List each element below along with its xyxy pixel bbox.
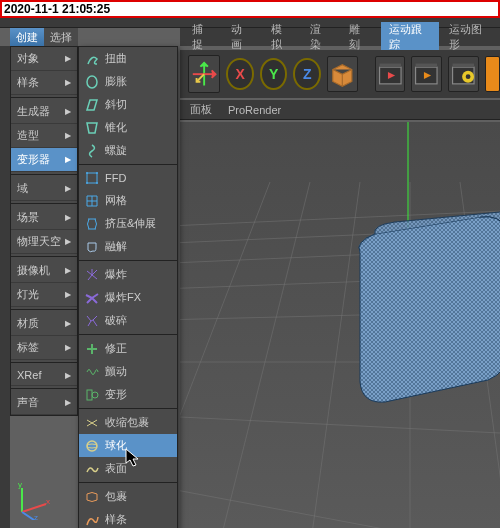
svg-line-22	[180, 472, 500, 528]
deformer-item-melt[interactable]: 融解	[79, 235, 177, 258]
sidebar-item[interactable]: 场景▶	[11, 206, 77, 230]
svg-point-4	[86, 182, 88, 184]
wrap-icon	[85, 490, 99, 504]
axis-y-button[interactable]: Y	[260, 58, 288, 90]
screw-icon	[85, 144, 99, 158]
tab-item[interactable]: 模拟	[263, 22, 300, 52]
sidebar-item[interactable]: 标签▶	[11, 336, 77, 360]
svg-point-3	[96, 172, 98, 174]
mesh-icon	[85, 194, 99, 208]
sidebar-item[interactable]: 灯光▶	[11, 283, 77, 307]
tab-item[interactable]: 运动图形	[441, 22, 500, 52]
shear-icon	[85, 98, 99, 112]
shrink-icon	[85, 416, 99, 430]
tab-item[interactable]: 捕捉	[184, 22, 221, 52]
tab-item[interactable]: 运动跟踪	[381, 22, 440, 52]
svg-rect-11	[379, 63, 400, 67]
chevron-right-icon: ▶	[65, 266, 71, 275]
chevron-right-icon: ▶	[65, 155, 71, 164]
svg-rect-1	[87, 173, 97, 183]
deformer-item-screw[interactable]: 螺旋	[79, 139, 177, 162]
sidebar-item[interactable]: 物理天空▶	[11, 230, 77, 254]
panel-menu[interactable]: 面板	[190, 102, 212, 117]
viewport[interactable]	[180, 122, 500, 528]
svg-line-21	[180, 412, 500, 452]
melt-icon	[85, 240, 99, 254]
svg-text:y: y	[18, 480, 22, 489]
svg-line-32	[180, 182, 270, 528]
deformer-item-explode[interactable]: 爆炸	[79, 263, 177, 286]
menu-select[interactable]: 选择	[44, 28, 78, 46]
create-submenu: 对象▶样条▶生成器▶造型▶变形器▶域▶场景▶物理天空▶摄像机▶灯光▶材质▶标签▶…	[10, 46, 78, 416]
chevron-right-icon: ▶	[65, 107, 71, 116]
move-tool-icon[interactable]	[188, 55, 220, 93]
deformer-item-wrap[interactable]: 包裹	[79, 485, 177, 508]
prorender-menu[interactable]: ProRender	[228, 104, 281, 116]
sidebar-item[interactable]: XRef▶	[11, 365, 77, 386]
cube-primitive-icon[interactable]	[327, 56, 358, 92]
axis-gizmo: y x z	[12, 480, 52, 520]
toolbar-icons: X Y Z	[180, 50, 500, 98]
deformer-item-shatter[interactable]: 破碎	[79, 309, 177, 332]
render-icon-2[interactable]	[411, 56, 442, 92]
svg-text:z: z	[34, 513, 38, 520]
sidebar-item[interactable]: 样条▶	[11, 71, 77, 95]
svg-text:x: x	[46, 497, 50, 506]
explodefx-icon	[85, 291, 99, 305]
render-extra-icon[interactable]	[485, 56, 500, 92]
timestamp-bar: 2020-11-1 21:05:25	[0, 0, 500, 18]
axis-x-button[interactable]: X	[226, 58, 254, 90]
chevron-right-icon: ▶	[65, 319, 71, 328]
deformer-item-spline[interactable]: 样条	[79, 508, 177, 528]
svg-rect-6	[87, 390, 92, 400]
cube-object	[359, 212, 500, 402]
tab-item[interactable]: 动画	[223, 22, 260, 52]
menu-create[interactable]: 创建	[10, 28, 44, 46]
sidebar-item[interactable]: 材质▶	[11, 312, 77, 336]
top-tabs: 捕捉动画模拟渲染雕刻运动跟踪运动图形	[180, 28, 500, 46]
deformer-item-shrink[interactable]: 收缩包裹	[79, 411, 177, 434]
spline-icon	[85, 513, 99, 527]
ffd-icon	[85, 171, 99, 185]
shatter-icon	[85, 314, 99, 328]
sphere-icon	[85, 439, 99, 453]
svg-point-9	[87, 444, 97, 448]
taper-icon	[85, 121, 99, 135]
twist-icon	[85, 52, 99, 66]
svg-line-28	[300, 182, 360, 528]
deformer-item-ffd[interactable]: FFD	[79, 167, 177, 189]
deformer-item-taper[interactable]: 锥化	[79, 116, 177, 139]
sidebar-item[interactable]: 生成器▶	[11, 100, 77, 124]
squash-icon	[85, 217, 99, 231]
deformer-item-jiggle[interactable]: 颤动	[79, 360, 177, 383]
render-icon-1[interactable]	[375, 56, 406, 92]
chevron-right-icon: ▶	[65, 184, 71, 193]
render-settings-icon[interactable]	[448, 56, 479, 92]
axis-z-button[interactable]: Z	[293, 58, 321, 90]
deformer-item-sphere[interactable]: 球化	[79, 434, 177, 457]
sidebar-item[interactable]: 摄像机▶	[11, 259, 77, 283]
sidebar-item[interactable]: 对象▶	[11, 47, 77, 71]
sidebar-item[interactable]: 域▶	[11, 177, 77, 201]
sidebar-item[interactable]: 造型▶	[11, 124, 77, 148]
surface-icon	[85, 462, 99, 476]
svg-point-2	[86, 172, 88, 174]
deformer-item-explodefx[interactable]: 爆炸FX	[79, 286, 177, 309]
deformer-item-twist[interactable]: 扭曲	[79, 47, 177, 70]
sidebar-item[interactable]: 声音▶	[11, 391, 77, 415]
deformer-item-shear[interactable]: 斜切	[79, 93, 177, 116]
deformer-item-mesh[interactable]: 网格	[79, 189, 177, 212]
deformer-item-bulge[interactable]: 膨胀	[79, 70, 177, 93]
main-menubar: 创建 选择	[10, 28, 78, 46]
svg-point-17	[466, 74, 471, 79]
chevron-right-icon: ▶	[65, 343, 71, 352]
tab-item[interactable]: 雕刻	[341, 22, 378, 52]
deformer-item-surface[interactable]: 表面	[79, 457, 177, 480]
sidebar-item[interactable]: 变形器▶	[11, 148, 77, 172]
tab-item[interactable]: 渲染	[302, 22, 339, 52]
chevron-right-icon: ▶	[65, 54, 71, 63]
deformer-item-correct[interactable]: 修正	[79, 337, 177, 360]
deformer-item-squash[interactable]: 挤压&伸展	[79, 212, 177, 235]
jiggle-icon	[85, 365, 99, 379]
deformer-item-morph[interactable]: 变形	[79, 383, 177, 406]
